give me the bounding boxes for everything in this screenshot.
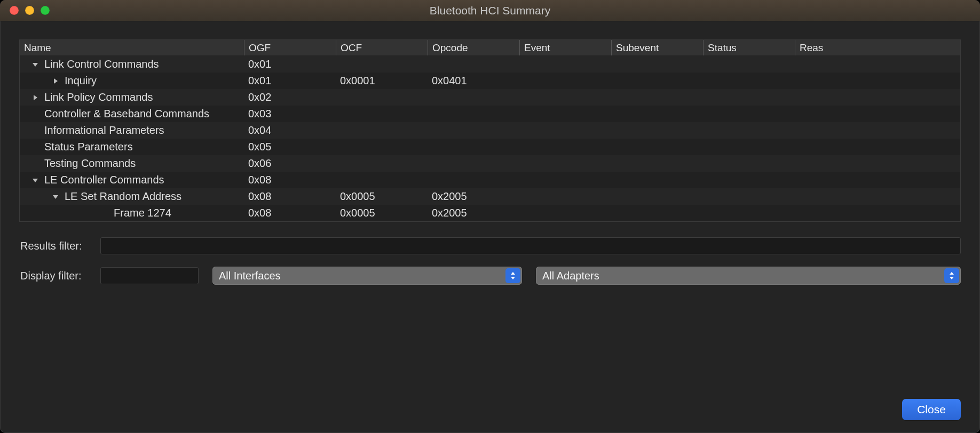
column-header-event[interactable]: Event xyxy=(519,40,611,55)
table-row[interactable]: Inquiry0x010x00010x0401 xyxy=(20,73,960,89)
updown-icon xyxy=(944,268,959,283)
adapters-popup[interactable]: All Adapters xyxy=(536,267,961,285)
interfaces-popup-label: All Interfaces xyxy=(219,270,281,282)
disclosure-triangle-icon[interactable] xyxy=(31,61,39,68)
cell-ogf: 0x04 xyxy=(244,124,336,137)
titlebar: Bluetooth HCI Summary xyxy=(0,0,980,21)
cell-ogf: 0x01 xyxy=(244,58,336,70)
cell-ocf: 0x0001 xyxy=(336,75,428,87)
cell-ogf: 0x03 xyxy=(244,108,336,120)
column-header-ogf[interactable]: OGF xyxy=(244,40,336,55)
row-name: Link Policy Commands xyxy=(44,91,153,103)
table-row[interactable]: Link Policy Commands0x02 xyxy=(20,89,960,106)
traffic-lights xyxy=(0,6,50,15)
dialog-footer: Close xyxy=(19,386,961,420)
cell-ogf: 0x02 xyxy=(244,91,336,103)
table-row[interactable]: Testing Commands0x06 xyxy=(20,155,960,172)
cell-name: LE Set Random Address xyxy=(20,190,244,203)
disclosure-triangle-icon[interactable] xyxy=(31,177,39,184)
disclosure-triangle-icon[interactable] xyxy=(52,193,59,201)
row-name: Inquiry xyxy=(65,75,97,87)
cell-name: Controller & Baseband Commands xyxy=(20,108,244,120)
row-name: Frame 1274 xyxy=(114,207,171,219)
table-row[interactable]: Informational Parameters0x04 xyxy=(20,122,960,139)
table-header: NameOGFOCFOpcodeEventSubeventStatusReas xyxy=(20,40,960,56)
table-body: Link Control Commands0x01 Inquiry0x010x0… xyxy=(20,56,960,221)
window-zoom-button[interactable] xyxy=(41,6,50,15)
window-title: Bluetooth HCI Summary xyxy=(0,4,980,17)
results-filter-input[interactable] xyxy=(100,237,961,254)
cell-name: Inquiry xyxy=(20,75,244,87)
window-minimize-button[interactable] xyxy=(25,6,34,15)
cell-name: LE Controller Commands xyxy=(20,174,244,186)
table-row[interactable]: Frame 12740x080x00050x2005 xyxy=(20,205,960,221)
updown-icon xyxy=(505,268,520,283)
display-filter-row: Display filter: All Interfaces All Adapt… xyxy=(19,267,961,285)
window-close-button[interactable] xyxy=(10,6,19,15)
cell-ogf: 0x05 xyxy=(244,141,336,153)
row-name: Controller & Baseband Commands xyxy=(44,108,209,120)
column-header-opcode[interactable]: Opcode xyxy=(428,40,519,55)
results-filter-label: Results filter: xyxy=(20,240,100,252)
row-name: Status Parameters xyxy=(44,141,133,153)
cell-ogf: 0x08 xyxy=(244,174,336,186)
row-name: LE Controller Commands xyxy=(44,174,164,186)
cell-name: Testing Commands xyxy=(20,157,244,170)
column-header-name[interactable]: Name xyxy=(20,40,244,55)
column-header-status[interactable]: Status xyxy=(703,40,795,55)
cell-name: Informational Parameters xyxy=(20,124,244,137)
cell-name: Link Control Commands xyxy=(20,58,244,70)
row-name: Link Control Commands xyxy=(44,58,159,70)
cell-ogf: 0x08 xyxy=(244,207,336,219)
column-header-subevent[interactable]: Subevent xyxy=(611,40,703,55)
table-row[interactable]: Link Control Commands0x01 xyxy=(20,56,960,73)
display-filter-label: Display filter: xyxy=(20,270,100,282)
hci-table: NameOGFOCFOpcodeEventSubeventStatusReas … xyxy=(19,39,961,222)
filters-panel: Results filter: Display filter: All Inte… xyxy=(19,237,961,285)
row-name: Testing Commands xyxy=(44,157,136,170)
table-row[interactable]: LE Set Random Address0x080x00050x2005 xyxy=(20,188,960,205)
disclosure-triangle-icon[interactable] xyxy=(52,77,59,85)
table-row[interactable]: Controller & Baseband Commands0x03 xyxy=(20,106,960,122)
cell-ogf: 0x01 xyxy=(244,75,336,87)
adapters-popup-label: All Adapters xyxy=(542,270,599,282)
row-name: Informational Parameters xyxy=(44,124,164,137)
cell-ogf: 0x06 xyxy=(244,157,336,170)
cell-name: Status Parameters xyxy=(20,141,244,153)
table-row[interactable]: Status Parameters0x05 xyxy=(20,139,960,155)
table-row[interactable]: LE Controller Commands0x08 xyxy=(20,172,960,188)
display-filter-input[interactable] xyxy=(100,267,199,284)
content: NameOGFOCFOpcodeEventSubeventStatusReas … xyxy=(0,21,980,433)
close-button[interactable]: Close xyxy=(902,399,961,420)
cell-opcode: 0x2005 xyxy=(428,207,519,219)
interfaces-popup[interactable]: All Interfaces xyxy=(212,267,522,285)
cell-ogf: 0x08 xyxy=(244,190,336,203)
window: Bluetooth HCI Summary NameOGFOCFOpcodeEv… xyxy=(0,0,980,433)
cell-ocf: 0x0005 xyxy=(336,207,428,219)
cell-opcode: 0x0401 xyxy=(428,75,519,87)
cell-opcode: 0x2005 xyxy=(428,190,519,203)
disclosure-triangle-icon[interactable] xyxy=(31,94,39,101)
row-name: LE Set Random Address xyxy=(65,190,181,203)
cell-ocf: 0x0005 xyxy=(336,190,428,203)
column-header-reason[interactable]: Reas xyxy=(795,40,828,55)
results-filter-row: Results filter: xyxy=(19,237,961,255)
cell-name: Link Policy Commands xyxy=(20,91,244,103)
column-header-ocf[interactable]: OCF xyxy=(336,40,428,55)
cell-name: Frame 1274 xyxy=(20,207,244,219)
